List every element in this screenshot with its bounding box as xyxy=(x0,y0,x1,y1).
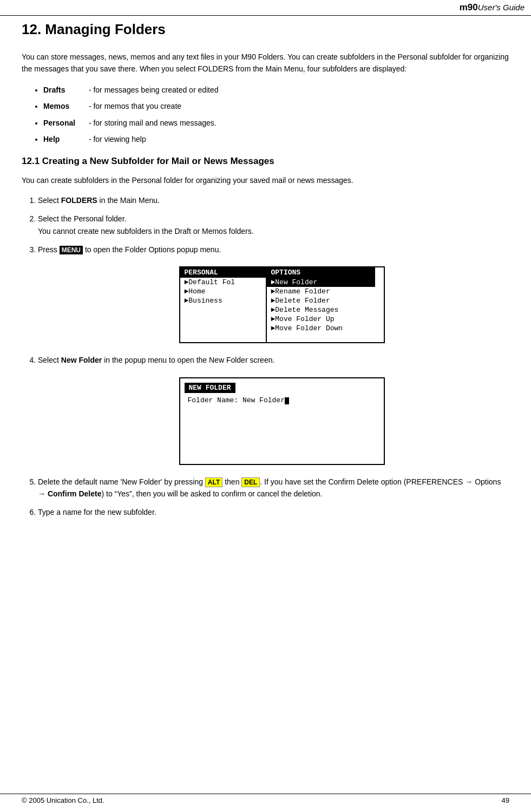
footer-page-number: 49 xyxy=(502,796,509,804)
popup-left-row-3: ►Business xyxy=(180,296,266,305)
popup-left-spacer3 xyxy=(180,324,266,333)
popup-right-row-6: ►Move Folder Down xyxy=(267,324,375,333)
popup-left-row-2: ►Home xyxy=(180,287,266,296)
popup-right-row-4: ►Delete Messages xyxy=(267,305,375,315)
footer-copyright: © 2005 Unication Co., Ltd. xyxy=(22,796,104,804)
item-desc-memos: - for memos that you create xyxy=(89,102,181,110)
list-item: Help - for viewing help xyxy=(43,133,509,145)
popup-right-header: OPTIONS xyxy=(267,267,375,278)
item-desc-help: - for viewing help xyxy=(89,135,146,143)
menu-key: MENU xyxy=(60,246,83,254)
step1-key: FOLDERS xyxy=(61,196,97,205)
steps-list-3: Delete the default name 'New Folder' by … xyxy=(38,476,509,519)
item-desc-drafts: - for messages being created or edited xyxy=(89,86,219,94)
folder-list: Drafts - for messages being created or e… xyxy=(43,84,509,146)
step2-sub: You cannot create new subfolders in the … xyxy=(38,227,254,235)
header-title: m90User's Guide xyxy=(460,2,525,13)
popup-left-header: PERSONAL xyxy=(180,267,266,278)
item-key-drafts: Drafts xyxy=(43,84,87,96)
new-folder-body: Folder Name: New Folder xyxy=(182,393,382,408)
new-folder-header: NEW FOLDER xyxy=(185,383,235,393)
alt-key: ALT xyxy=(205,477,222,487)
step-1: Select FOLDERS in the Main Menu. xyxy=(38,194,509,206)
intro-paragraph: You can store messages, news, memos and … xyxy=(22,51,509,75)
page-title: 12. Managing Folders xyxy=(22,21,509,38)
list-item: Personal - for storing mail and news mes… xyxy=(43,117,509,129)
popup-box: PERSONAL ►Default Fol ►Home ►Business OP… xyxy=(179,266,385,343)
section-intro: You can create subfolders in the Persona… xyxy=(22,174,509,186)
popup-left-panel: PERSONAL ►Default Fol ►Home ►Business xyxy=(180,267,267,342)
brand-name: m90 xyxy=(460,2,478,12)
del-key: DEL xyxy=(241,477,260,487)
popup-right-row-1: ►New Folder xyxy=(267,278,375,287)
page-header: m90User's Guide xyxy=(0,0,531,16)
popup-right-row-2: ►Rename Folder xyxy=(267,287,375,296)
page-footer: © 2005 Unication Co., Ltd. 49 xyxy=(0,794,531,807)
popup-left-spacer2 xyxy=(180,315,266,324)
new-folder-box: NEW FOLDER Folder Name: New Folder xyxy=(179,377,385,465)
popup-left-row-1: ►Default Fol xyxy=(180,278,266,287)
main-content: 12. Managing Folders You can store messa… xyxy=(0,21,531,551)
popup-right-row-3: ►Delete Folder xyxy=(267,296,375,305)
step-4: Select New Folder in the popup menu to o… xyxy=(38,354,509,366)
list-item: Memos - for memos that you create xyxy=(43,100,509,112)
popup-container: PERSONAL ►Default Fol ►Home ►Business OP… xyxy=(54,266,509,343)
confirm-delete-label: Confirm Delete xyxy=(48,489,102,498)
popup-right-row-5: ►Move Folder Up xyxy=(267,315,375,324)
section-title-12-1: 12.1 Creating a New Subfolder for Mail o… xyxy=(22,156,509,167)
steps-list-2: Select New Folder in the popup menu to o… xyxy=(38,354,509,366)
subtitle: User's Guide xyxy=(478,3,525,12)
step-6: Type a name for the new subfolder. xyxy=(38,506,509,518)
text-cursor xyxy=(285,397,289,404)
list-item: Drafts - for messages being created or e… xyxy=(43,84,509,96)
popup-left-spacer xyxy=(180,305,266,315)
item-key-memos: Memos xyxy=(43,100,87,112)
popup-right-panel: OPTIONS ►New Folder ►Rename Folder ►Dele… xyxy=(267,267,375,342)
step4-key: New Folder xyxy=(61,356,102,364)
step-5: Delete the default name 'New Folder' by … xyxy=(38,476,509,500)
step-3: Press MENU to open the Folder Options po… xyxy=(38,244,509,256)
steps-list: Select FOLDERS in the Main Menu. Select … xyxy=(38,194,509,256)
item-key-personal: Personal xyxy=(43,117,87,129)
item-key-help: Help xyxy=(43,133,87,145)
item-desc-personal: - for storing mail and news messages. xyxy=(89,119,217,127)
new-folder-container: NEW FOLDER Folder Name: New Folder xyxy=(54,377,509,465)
step-2: Select the Personal folder. You cannot c… xyxy=(38,213,509,237)
popup-left-spacer4 xyxy=(180,333,266,342)
